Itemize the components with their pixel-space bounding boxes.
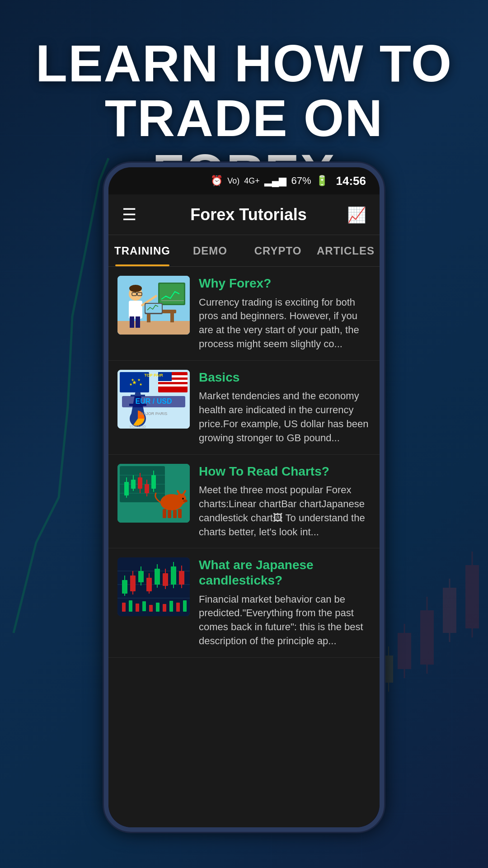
svg-point-78 (175, 494, 186, 505)
battery-icon: 🔋 (316, 175, 328, 187)
article-title-4: What are Japanese candlesticks? (199, 557, 371, 588)
app-title: Forex Tutorials (150, 205, 347, 224)
article-body-3: How To Read Charts? Meet the three most … (199, 464, 371, 539)
volume-icon: Vo) (227, 176, 239, 186)
svg-rect-54 (158, 384, 188, 387)
svg-rect-115 (176, 603, 180, 612)
status-bar: ⏰ Vo) 4G+ ▂▄▆ 67% 🔋 14:56 (108, 167, 380, 194)
article-body-2: Basics Market tendencies and the economy… (199, 370, 371, 445)
app-bar: ☰ Forex Tutorials 📈 (108, 194, 380, 235)
svg-text:★: ★ (137, 378, 141, 382)
svg-rect-25 (170, 313, 174, 322)
svg-rect-22 (117, 321, 190, 335)
status-time: 14:56 (336, 174, 366, 188)
svg-rect-107 (122, 603, 126, 612)
chart-icon[interactable]: 📈 (347, 206, 366, 224)
svg-rect-24 (147, 313, 150, 322)
svg-rect-109 (136, 604, 139, 612)
article-body-4: What are Japanese candlesticks? Financia… (199, 557, 371, 648)
svg-rect-108 (129, 600, 132, 612)
svg-text:TOP PAIR: TOP PAIR (144, 373, 163, 377)
svg-rect-116 (183, 600, 187, 612)
battery-label: 67% (291, 175, 311, 187)
hamburger-menu-icon[interactable]: ☰ (122, 205, 136, 224)
article-excerpt-1: Currency trading is exciting for both pr… (199, 296, 371, 351)
svg-text:★: ★ (131, 378, 134, 382)
tab-bar: TRAINING DEMO CRYPTO ARTICLES (108, 235, 380, 267)
article-title-1: Why Forex? (199, 276, 371, 291)
svg-rect-36 (130, 316, 134, 328)
svg-rect-83 (163, 509, 166, 518)
phone-screen: ⏰ Vo) 4G+ ▂▄▆ 67% 🔋 14:56 ☰ Forex Tutori… (108, 167, 380, 827)
article-thumbnail-1 (117, 276, 190, 335)
svg-point-81 (182, 498, 184, 500)
svg-text:EUR/USD: EUR/USD (130, 425, 146, 429)
svg-point-33 (129, 285, 142, 292)
svg-rect-84 (168, 510, 171, 518)
article-item[interactable]: What are Japanese candlesticks? Financia… (108, 548, 380, 657)
article-title-2: Basics (199, 370, 371, 385)
article-thumbnail-3 (117, 464, 190, 523)
svg-rect-114 (169, 601, 173, 612)
tab-crypto[interactable]: CRYPTO (244, 235, 312, 266)
svg-rect-110 (142, 601, 146, 611)
svg-text:EUR / USD: EUR / USD (136, 397, 172, 405)
phone-frame: ⏰ Vo) 4G+ ▂▄▆ 67% 🔋 14:56 ☰ Forex Tutori… (104, 163, 384, 832)
article-excerpt-3: Meet the three most popular Forex charts… (199, 483, 371, 539)
svg-text:MAJOR PARIS: MAJOR PARIS (140, 411, 167, 416)
tab-demo[interactable]: DEMO (176, 235, 244, 266)
alarm-icon: ⏰ (211, 175, 223, 187)
svg-point-82 (183, 500, 188, 502)
svg-rect-86 (178, 509, 182, 518)
svg-rect-111 (149, 605, 153, 612)
article-item[interactable]: ★ ★ ★ ★ ★ (108, 361, 380, 455)
article-item[interactable]: How To Read Charts? Meet the three most … (108, 455, 380, 549)
signal-icon: ▂▄▆ (264, 175, 287, 187)
tab-articles[interactable]: ARTICLES (312, 235, 380, 266)
article-body-1: Why Forex? Currency trading is exciting … (199, 276, 371, 351)
svg-rect-37 (136, 316, 140, 328)
svg-text:★: ★ (129, 382, 132, 387)
svg-rect-34 (129, 301, 142, 319)
article-item[interactable]: Why Forex? Currency trading is exciting … (108, 267, 380, 361)
svg-text:★: ★ (139, 382, 142, 387)
svg-rect-85 (173, 510, 177, 518)
article-title-3: How To Read Charts? (199, 464, 371, 479)
article-excerpt-2: Market tendencies and the economy health… (199, 389, 371, 445)
article-thumbnail-4 (117, 557, 190, 616)
article-excerpt-4: Financial market behavior can be predict… (199, 593, 371, 648)
phone-mockup: ⏰ Vo) 4G+ ▂▄▆ 67% 🔋 14:56 ☰ Forex Tutori… (104, 163, 384, 832)
network-icon: 4G+ (244, 176, 260, 186)
svg-rect-112 (156, 603, 160, 612)
article-thumbnail-2: ★ ★ ★ ★ ★ (117, 370, 190, 429)
svg-rect-113 (163, 604, 166, 612)
content-area: Why Forex? Currency trading is exciting … (108, 267, 380, 658)
status-icons: ⏰ Vo) 4G+ ▂▄▆ 67% 🔋 14:56 (211, 174, 366, 188)
tab-training[interactable]: TRAINING (108, 235, 176, 266)
